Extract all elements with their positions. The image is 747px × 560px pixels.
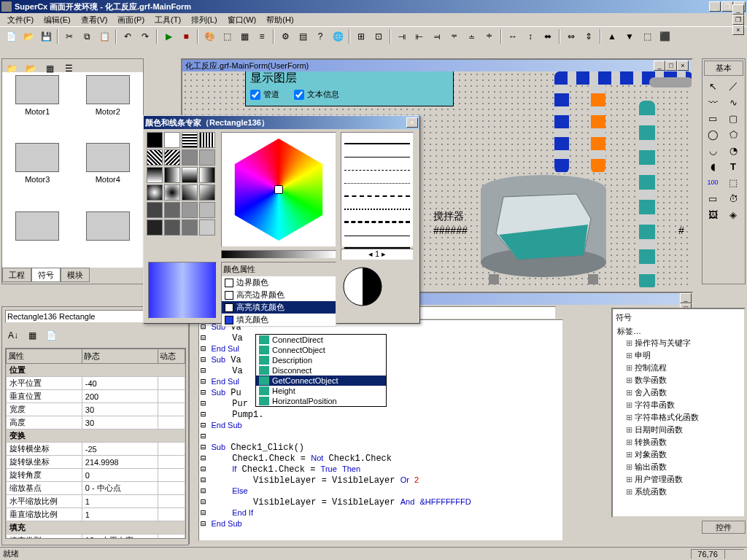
tool-freeline[interactable]: ∿ <box>724 95 742 109</box>
tab-project[interactable]: 工程 <box>2 268 31 282</box>
pattern-swatch[interactable] <box>182 184 198 201</box>
prop-page[interactable]: 📄 <box>43 327 59 343</box>
tab-module[interactable]: 模块 <box>61 268 90 282</box>
tree-root[interactable]: 标签… <box>616 326 741 337</box>
symbol-6[interactable] <box>76 211 141 265</box>
tab-symbol[interactable]: 符号 <box>31 268 61 282</box>
tool-button[interactable]: ▭ <box>704 191 721 206</box>
intelli-item[interactable]: Height <box>256 386 386 396</box>
tool-text[interactable]: T <box>724 159 742 174</box>
pattern-swatch[interactable] <box>199 219 215 236</box>
tool-polygon[interactable]: ⬠ <box>724 127 742 141</box>
pattern-swatch[interactable] <box>199 167 215 183</box>
tb-open[interactable]: 📂 <box>20 28 36 44</box>
mixer-tank[interactable] <box>474 168 613 270</box>
tb-help[interactable]: ? <box>312 28 328 44</box>
lib-btn-1[interactable]: 📁 <box>4 61 20 77</box>
pattern-swatch[interactable] <box>182 149 198 166</box>
pattern-swatch[interactable] <box>182 167 198 183</box>
attr-border-color[interactable]: 边界颜色 <box>222 276 336 289</box>
symbol-motor1[interactable]: Motor1 <box>5 75 70 137</box>
tool-line[interactable]: ／ <box>724 79 742 93</box>
tool-rect[interactable]: ▭ <box>704 111 721 125</box>
cb-pipe[interactable]: 管道 <box>250 89 279 100</box>
intelli-item[interactable]: Description <box>256 355 386 365</box>
mdi-minimize-button[interactable]: _ <box>732 4 744 15</box>
tree-node[interactable]: 系统函数 <box>616 486 741 498</box>
pattern-swatch[interactable] <box>147 167 163 183</box>
symbol-tree-panel[interactable]: 符号 标签… 操作符与关键字申明控制流程数学函数舍入函数字符串函数字符串格式化函… <box>611 308 746 518</box>
mdi-restore-button[interactable]: ❐ <box>732 15 744 25</box>
tb-hspace[interactable]: ⇔ <box>563 28 579 44</box>
menu-help[interactable]: 帮助(H) <box>262 14 298 26</box>
line-width-spinner[interactable]: ◂ 1 ▸ <box>341 249 414 260</box>
tree-node[interactable]: 控制流程 <box>616 362 741 374</box>
tb-redo[interactable]: ↷ <box>137 28 153 44</box>
attr-hl-fill-color[interactable]: 高亮填充颜色 <box>222 301 336 314</box>
tree-node[interactable]: 字符串格式化函数 <box>616 411 741 424</box>
pattern-swatch[interactable] <box>147 132 163 148</box>
prop-sort[interactable]: A↓ <box>5 327 21 343</box>
tb-globe[interactable]: 🌐 <box>330 28 346 44</box>
pattern-swatch[interactable] <box>199 149 215 166</box>
tool-var[interactable]: ⬚ <box>724 175 742 190</box>
tb-copy[interactable]: ⧉ <box>79 28 95 44</box>
tool-polyline[interactable]: 〰 <box>704 95 721 109</box>
pipe-gray-h[interactable] <box>649 77 692 88</box>
pattern-swatch[interactable] <box>164 132 180 148</box>
line-style-list[interactable] <box>341 132 414 247</box>
lib-btn-4[interactable]: ☰ <box>61 61 77 77</box>
code-min[interactable]: _ <box>680 293 692 303</box>
pattern-swatch[interactable] <box>164 202 180 218</box>
tool-roundrect[interactable]: ▢ <box>724 111 742 125</box>
intellisense-popup[interactable]: ConnectDirectConnectObjectDescriptionDis… <box>255 334 387 407</box>
tree-node[interactable]: 用户管理函数 <box>616 473 741 486</box>
lib-btn-3[interactable]: ▦ <box>42 61 58 77</box>
color-hexagon[interactable] <box>221 132 336 247</box>
pattern-swatch[interactable] <box>147 184 163 201</box>
tools-tab-basic[interactable]: 基本 <box>704 61 743 76</box>
restore-button[interactable]: ❐ <box>721 1 733 12</box>
tb-misc3[interactable]: ≡ <box>254 28 270 44</box>
tb-anim[interactable]: ⚙ <box>277 28 293 44</box>
tb-align-top[interactable]: ⫧ <box>446 28 462 44</box>
symbol-5[interactable] <box>5 211 70 265</box>
tool-ellipse[interactable]: ◯ <box>704 127 721 141</box>
grayscale-bar[interactable] <box>221 250 336 259</box>
tree-node[interactable]: 字符串函数 <box>616 399 741 411</box>
tree-node[interactable]: 转换函数 <box>616 436 741 448</box>
tb-cut[interactable]: ✂ <box>61 28 77 44</box>
menu-arrange[interactable]: 排列(L) <box>187 14 221 26</box>
tb-undo[interactable]: ↶ <box>120 28 136 44</box>
menu-file[interactable]: 文件(F) <box>3 14 38 26</box>
tool-chord[interactable]: ◖ <box>704 159 721 174</box>
tb-vspace[interactable]: ⇕ <box>581 28 597 44</box>
canvas-max[interactable]: □ <box>665 61 677 71</box>
tool-num[interactable]: 100 <box>704 175 721 190</box>
symbol-motor2[interactable]: Motor2 <box>76 75 141 137</box>
pattern-swatch[interactable] <box>147 219 163 236</box>
pipe-teal-v[interactable] <box>639 101 655 287</box>
pattern-swatch[interactable] <box>199 202 215 218</box>
tb-misc1[interactable]: ⬚ <box>219 28 235 44</box>
tb-align-mid[interactable]: ⫨ <box>464 28 480 44</box>
intelli-item[interactable]: HorizontalPosition <box>256 396 386 406</box>
tb-new[interactable]: 📄 <box>3 28 19 44</box>
tree-node[interactable]: 日期时间函数 <box>616 424 741 436</box>
tool-timer[interactable]: ⏱ <box>724 191 742 206</box>
cat-position[interactable]: 位置 <box>7 364 185 377</box>
pattern-swatch[interactable] <box>182 202 198 218</box>
tree-node[interactable]: 对象函数 <box>616 448 741 461</box>
cat-fill[interactable]: 填充 <box>7 521 185 534</box>
attr-hl-border-color[interactable]: 高亮边界颜色 <box>222 289 336 301</box>
tb-misc2[interactable]: ▦ <box>236 28 252 44</box>
prop-cat[interactable]: ▦ <box>24 327 40 343</box>
pattern-swatch[interactable] <box>164 149 180 166</box>
canvas-close[interactable]: × <box>677 61 689 71</box>
tb-same-h[interactable]: ↕ <box>522 28 538 44</box>
tool-image[interactable]: 🖼 <box>704 207 721 222</box>
tool-ole[interactable]: ◈ <box>724 207 742 222</box>
color-line-dialog[interactable]: 颜色和线条专家（Rectangle136） × ◂ 1 ▸ 颜色属性 边界颜色 … <box>143 115 420 324</box>
tree-node[interactable]: 输出函数 <box>616 461 741 473</box>
tb-align-left[interactable]: ⫣ <box>394 28 410 44</box>
